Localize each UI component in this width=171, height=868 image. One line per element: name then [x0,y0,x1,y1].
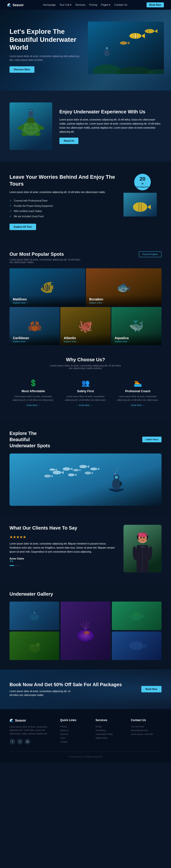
check-icon-4: ✓ [9,215,12,218]
footer-service-night[interactable]: Night Diving [96,736,126,740]
safety-link[interactable]: Know More → [64,404,107,406]
footer-link-tours[interactable]: Tours [60,736,91,740]
svg-point-57 [115,475,118,479]
gallery-item-3[interactable] [112,601,162,630]
footer-service-diving[interactable]: Diving [96,725,126,728]
svg-point-95 [133,612,140,615]
dot-1[interactable] [9,565,14,566]
twitter-icon[interactable]: t [17,739,23,744]
svg-point-83 [31,644,33,647]
explore-header: Explore The Beautiful Underwater Spots L… [9,430,162,449]
facebook-icon[interactable]: f [9,739,15,744]
why-card-affordable: 💲 Most Affordable Lorem ipsum dolor sit … [9,377,57,409]
testimonial-author: Anne Claire [9,557,116,560]
worries-image [124,193,157,217]
gallery-fake-4 [9,631,59,660]
worries-cta-button[interactable]: Explore All Tour [9,224,36,230]
footer-link-services[interactable]: Services [60,732,91,736]
explore-section: Explore The Beautiful Underwater Spots L… [0,421,171,515]
svg-point-41 [68,473,75,476]
dot-3[interactable] [18,565,20,566]
affordable-link[interactable]: Know More → [12,404,55,406]
spot-caribbean[interactable]: 🦀 Caribbean Explore more → [9,307,60,345]
svg-point-39 [63,467,70,471]
footer-quicklinks-col: Quick Links Pricing About us Services To… [60,718,91,744]
footer-service-photo[interactable]: Underwater Photo [96,732,126,736]
spot-bunaken-overlay: Bunaken Explore more → [86,295,162,306]
testimonial-content: What Our Clients Have To Say ★★★★★ Lorem… [9,525,116,566]
spot-atlantis[interactable]: 🐙 Atlantis Explore more → [60,307,110,345]
hero-cta-button[interactable]: Discover More [9,66,34,73]
footer-grid: 🌊 Seavor Lorem ipsum dolor sit amet, con… [9,718,162,744]
footer-link-pricing[interactable]: Pricing [60,725,91,728]
enjoy-image [9,102,52,150]
worries-description: Lorem ipsum dolor sit amet, consectetur … [9,190,116,194]
spot-maldives[interactable]: 🐠 Maldives Explore more → [9,268,85,306]
nav-cta-button[interactable]: Book Now [146,2,164,7]
worries-feature-3: ✓With certified coach Safety [9,209,116,214]
affordable-name: Most Affordable [12,389,55,393]
nav-link-pricing[interactable]: Pricing [89,3,97,6]
spots-row1: 🐠 Maldives Explore more → 🐟 Bunaken Expl… [9,268,162,306]
spots-section: Our Most Popular Spots Lorem ipsum dolor… [0,242,171,345]
dot-2[interactable] [15,565,17,566]
spots-cta-button[interactable]: Find All Projects [139,251,162,257]
gallery-item-5[interactable] [112,631,162,660]
gallery-item-2[interactable] [61,601,110,660]
spots-subtitle: Lorem ipsum dolor sit amet, consectetur … [9,258,81,264]
spot-caribbean-overlay: Caribbean Explore more → [9,334,60,345]
nav-link-contact[interactable]: Contact Us [114,3,127,6]
instagram-icon[interactable]: in [25,739,30,744]
gallery-title: Underwater Gallery [9,591,162,597]
enjoy-cta-button[interactable]: About Us [59,137,78,144]
book-cta-button[interactable]: Book Now [141,686,162,692]
gallery-item-1[interactable] [9,601,59,630]
spot-maldives-name: Maldives [13,297,82,301]
spots-title: Our Most Popular Spots [9,251,81,257]
gallery-fake-2 [61,601,110,660]
explore-cta-button[interactable]: Latest Tours [142,437,162,442]
check-icon-2: ✓ [9,204,12,208]
nav-logo-text: Seavor [12,3,24,7]
safety-icon: 👥 [64,379,107,387]
nav-link-tourcat[interactable]: Tour Cat ▾ [60,3,72,6]
footer-quicklinks-title: Quick Links [60,718,91,722]
spot-maldives-overlay: Maldives Explore more → [9,295,85,306]
footer-link-about[interactable]: About us [60,728,91,732]
worries-features-list: ✓Covered with Professional Diver ✓Provid… [9,198,116,219]
footer-link-contact[interactable]: Contact [60,740,91,744]
spots-row2: 🦀 Caribbean Explore more → 🐙 Atlantis Ex… [9,307,162,345]
nav-link-homepage[interactable]: Homepage [43,3,56,6]
footer-service-snorkeling[interactable]: Snorkeling [96,728,126,732]
spot-maldives-link[interactable]: Explore more → [13,302,82,304]
nav-links: Homepage Tour Cat ▾ Services Pricing Pag… [43,3,127,6]
spot-bunaken-link[interactable]: Explore more → [89,302,159,304]
gallery-grid [9,601,162,660]
affordable-icon: 💲 [12,379,55,387]
spot-caribbean-name: Caribbean [13,336,56,340]
spot-aquatica[interactable]: 🐳 Aquatica Explore more → [111,307,162,345]
spot-caribbean-link[interactable]: Explore more → [13,340,56,343]
coach-link[interactable]: Know More → [116,404,159,406]
svg-point-47 [85,471,91,474]
affordable-desc: Lorem ipsum dolor sit amet, consectetur … [12,395,55,402]
explore-title: Explore The Beautiful Underwater Spots [9,430,57,449]
spot-aquatica-overlay: Aquatica Explore more → [111,334,162,345]
coach-desc: Lorem ipsum dolor sit amet, consectetur … [116,395,159,402]
spot-aquatica-link[interactable]: Explore more → [115,340,158,343]
why-card-safety: 👥 Safety First Lorem ipsum dolor sit ame… [62,377,109,409]
safety-name: Safety First [64,389,107,393]
nav-logo[interactable]: 🌊 Seavor [7,3,24,7]
check-icon-1: ✓ [9,199,12,202]
spot-atlantis-link[interactable]: Explore more → [64,340,107,343]
spot-bunaken[interactable]: 🐟 Bunaken Explore more → [86,268,162,306]
hero-content: Let's Explore The Beautiful Underwater W… [9,28,81,73]
nav-link-services[interactable]: Services [75,3,85,6]
nav-link-pages[interactable]: Pages ▾ [101,3,110,6]
worries-feature-1: ✓Covered with Professional Diver [9,198,116,203]
gallery-item-4[interactable] [9,631,59,660]
footer-email: seavor@mail.com [131,728,162,732]
footer-logo-text: Seavor [15,718,26,722]
footer-logo: 🌊 Seavor [9,718,55,722]
hero-section: Let's Explore The Beautiful Underwater W… [0,10,171,91]
